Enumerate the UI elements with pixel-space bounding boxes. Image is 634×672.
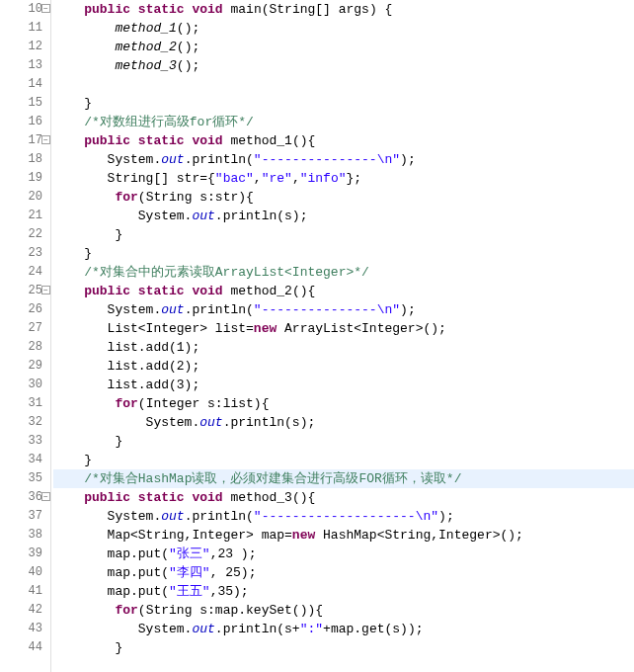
code-line[interactable]: } — [53, 432, 634, 451]
code-line[interactable]: for(Integer s:list){ — [53, 394, 634, 413]
code-token: method_1(){ — [223, 133, 316, 148]
code-token: list.add(2); — [53, 359, 199, 374]
code-token: for — [115, 396, 137, 411]
code-token: method_2 — [115, 40, 176, 54]
code-token — [53, 58, 115, 73]
fold-toggle-icon[interactable]: − — [41, 4, 50, 13]
code-line[interactable]: for(String s:map.keySet()){ — [53, 601, 634, 620]
code-line[interactable]: System.out.println(s); — [53, 207, 634, 225]
code-token: (); — [177, 21, 199, 36]
line-number: 11 — [0, 19, 42, 38]
code-line[interactable]: map.put("王五",35); — [53, 582, 634, 601]
line-number: 37 — [0, 507, 42, 526]
line-number: 31 — [0, 394, 42, 413]
line-number: 12 — [0, 38, 42, 56]
code-line[interactable]: System.out.println(s+":"+map.get(s)); — [53, 620, 634, 638]
code-token: list.add(1); — [53, 340, 199, 355]
code-line[interactable] — [53, 75, 634, 94]
code-token: void — [192, 133, 222, 148]
code-line[interactable]: public static void method_1(){ — [53, 131, 634, 150]
line-number: 28 — [0, 338, 42, 357]
code-line[interactable]: method_2(); — [53, 38, 634, 56]
line-number: 32 — [0, 413, 42, 432]
code-line[interactable]: /*对集合HashMap读取，必须对建集合进行高级FOR循环，读取*/ — [53, 469, 634, 488]
code-token: HashMap<String,Integer>(); — [315, 528, 523, 543]
code-token: out — [192, 622, 214, 636]
code-line[interactable]: map.put("李四", 25); — [53, 563, 634, 582]
fold-toggle-icon[interactable]: − — [41, 286, 50, 294]
code-token: (); — [177, 58, 199, 73]
code-line[interactable]: list.add(2); — [53, 357, 634, 376]
code-token — [130, 284, 138, 298]
code-token: static — [138, 133, 185, 148]
line-number: 13 — [0, 56, 42, 75]
code-token: ArrayList<Integer>(); — [277, 321, 446, 336]
code-line[interactable]: System.out.println("---------------\n"); — [53, 300, 634, 319]
code-token — [53, 471, 84, 486]
fold-toggle-icon[interactable]: − — [41, 492, 50, 501]
line-number: 17− — [0, 131, 42, 150]
code-token: (String s:str){ — [138, 190, 254, 205]
code-token: } — [53, 227, 122, 242]
code-token: (String s:map.keySet()){ — [138, 603, 323, 618]
code-line[interactable]: for(String s:str){ — [53, 188, 634, 207]
code-token: list.add(3); — [53, 378, 199, 392]
code-line[interactable]: System.out.println(s); — [53, 413, 634, 432]
code-line[interactable]: Map<String,Integer> map=new HashMap<Stri… — [53, 526, 634, 545]
code-token: method_1 — [115, 21, 176, 36]
code-token: , 25); — [210, 565, 257, 580]
code-line[interactable]: } — [53, 451, 634, 469]
code-token: "王五" — [169, 584, 210, 599]
code-token: "bac" — [215, 171, 254, 186]
code-line[interactable]: public static void method_3(){ — [53, 488, 634, 507]
code-line[interactable]: list.add(1); — [53, 338, 634, 357]
code-line[interactable]: map.put("张三",23 ); — [53, 545, 634, 563]
code-token: System. — [53, 209, 192, 223]
fold-toggle-icon[interactable]: − — [41, 135, 50, 144]
code-line[interactable]: /*对集合中的元素读取ArrayList<Integer>*/ — [53, 263, 634, 282]
code-token — [130, 490, 138, 505]
code-editor-content[interactable]: public static void main(String[] args) {… — [51, 0, 634, 672]
code-token: out — [161, 509, 184, 524]
code-token: out — [192, 209, 214, 223]
code-line[interactable]: String[] str={"bac","re","info"}; — [53, 169, 634, 188]
code-token: map.put( — [53, 584, 169, 599]
code-token: /*对数组进行高级for循环*/ — [84, 115, 254, 129]
code-line[interactable]: public static void main(String[] args) { — [53, 0, 634, 19]
line-number: 34 — [0, 451, 42, 469]
code-line[interactable]: list.add(3); — [53, 376, 634, 394]
code-line[interactable]: method_1(); — [53, 19, 634, 38]
code-token: System. — [53, 415, 199, 430]
line-number: 30 — [0, 376, 42, 394]
code-token — [53, 190, 115, 205]
code-token: System. — [53, 509, 161, 524]
code-token: map.put( — [53, 546, 169, 561]
code-line[interactable]: public static void method_2(){ — [53, 282, 634, 300]
code-line[interactable]: /*对数组进行高级for循环*/ — [53, 113, 634, 131]
code-token: out — [161, 152, 184, 167]
code-line[interactable]: } — [53, 638, 634, 657]
code-token: Map<String,Integer> map= — [53, 528, 292, 543]
line-number: 44 — [0, 638, 42, 657]
code-line[interactable]: } — [53, 225, 634, 244]
line-number: 16 — [0, 113, 42, 131]
code-token: "re" — [262, 171, 292, 186]
code-token — [53, 21, 115, 36]
code-line[interactable]: System.out.println("--------------------… — [53, 507, 634, 526]
code-line[interactable]: } — [53, 94, 634, 113]
code-line[interactable]: List<Integer> list=new ArrayList<Integer… — [53, 319, 634, 338]
code-token: ); — [400, 302, 416, 317]
code-token — [53, 490, 84, 505]
code-token: new — [292, 528, 315, 543]
line-number: 43 — [0, 620, 42, 638]
code-token: } — [53, 453, 92, 467]
line-number: 41 — [0, 582, 42, 601]
code-line[interactable]: System.out.println("---------------\n"); — [53, 150, 634, 169]
code-token: ); — [438, 509, 454, 524]
code-token: map.put( — [53, 565, 169, 580]
code-token: System. — [53, 622, 192, 636]
code-line[interactable]: } — [53, 244, 634, 263]
code-token — [53, 133, 84, 148]
line-number: 38 — [0, 526, 42, 545]
code-line[interactable]: method_3(); — [53, 56, 634, 75]
